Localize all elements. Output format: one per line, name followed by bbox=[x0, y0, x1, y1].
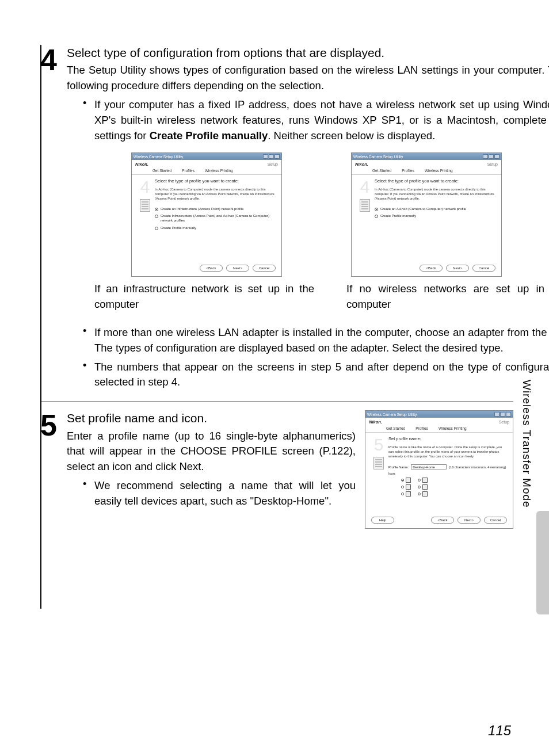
max-icon bbox=[269, 154, 274, 159]
d5-post: . bbox=[201, 460, 204, 472]
close-icon bbox=[506, 412, 511, 417]
radio-both[interactable]: Create Infrastructure (Access Point) and… bbox=[155, 214, 276, 223]
dialog-profile-name: Wireless Camera Setup Utility Nikon. Set… bbox=[365, 410, 513, 529]
office-icon bbox=[406, 491, 411, 497]
cancel-button[interactable]: Cancel bbox=[253, 265, 276, 272]
icon-grid bbox=[401, 478, 507, 497]
step-4-bullet-2: • If more than one wireless LAN adapter … bbox=[83, 325, 549, 356]
icon-opt-6[interactable] bbox=[418, 491, 428, 497]
step-5-desc: Enter a profile name (up to 16 single-by… bbox=[67, 429, 356, 475]
radio-adhoc[interactable]: Create an Ad-hoc (Camera to Computer) ne… bbox=[375, 207, 495, 212]
cancel-button[interactable]: Cancel bbox=[484, 517, 507, 524]
profile-name-label: Profile Name: bbox=[388, 465, 409, 469]
dlg-titlebar: Wireless Camera Setup Utility bbox=[132, 153, 281, 160]
dlg-title: Wireless Camera Setup Utility bbox=[134, 155, 183, 159]
brand-logo: Nikon. bbox=[135, 162, 148, 167]
brand-logo: Nikon. bbox=[355, 162, 368, 167]
icon-opt-2[interactable] bbox=[401, 484, 411, 490]
step-watermark-5: 5 bbox=[374, 436, 384, 453]
dlg5-hint: Profile name is like the name of a compu… bbox=[388, 445, 507, 459]
step-4-desc: The Setup Utility shows types of configu… bbox=[67, 63, 549, 94]
step-5: 5 Set profile name and icon. Enter a pro… bbox=[40, 410, 513, 529]
dlg5-heading: Set profile name: bbox=[388, 436, 507, 442]
setup-label: Setup bbox=[499, 420, 509, 424]
profile-name-input[interactable]: Desktop-Home bbox=[411, 464, 447, 469]
building-icon bbox=[406, 484, 411, 490]
next-button[interactable]: Next> bbox=[458, 517, 481, 524]
dlg-tabs[interactable]: Get Started Profiles Wireless Printing bbox=[352, 167, 501, 175]
dlg-title: Wireless Camera Setup Utility bbox=[367, 413, 417, 417]
pc-icon bbox=[140, 199, 150, 212]
back-button[interactable]: <Back bbox=[431, 517, 454, 524]
back-button[interactable]: <Back bbox=[200, 265, 223, 272]
min-icon bbox=[483, 154, 488, 159]
step-4-bullet-1: • If your computer has a fixed IP addres… bbox=[83, 97, 549, 143]
dlg-tabs[interactable]: Get Started Profiles Wireless Printing bbox=[132, 167, 281, 175]
tab-profiles[interactable]: Profiles bbox=[182, 169, 195, 174]
side-tab bbox=[536, 511, 549, 614]
brand-logo: Nikon. bbox=[369, 419, 382, 425]
tab-get-started[interactable]: Get Started bbox=[386, 426, 405, 432]
radio-manual[interactable]: Create Profile manually bbox=[155, 226, 276, 231]
min-icon bbox=[263, 154, 268, 159]
back-button[interactable]: <Back bbox=[420, 265, 443, 272]
window-controls[interactable] bbox=[483, 154, 500, 159]
min-icon bbox=[494, 412, 500, 417]
cancel-button[interactable]: Cancel bbox=[472, 265, 495, 272]
d5-b1: CHOOSE PROFILE bbox=[181, 445, 277, 457]
step-5-title: Set profile name and icon. bbox=[67, 410, 356, 426]
step-watermark-4: 4 bbox=[140, 178, 150, 196]
tab-profiles[interactable]: Profiles bbox=[415, 426, 428, 432]
next-button[interactable]: Next> bbox=[226, 265, 249, 272]
dlg-heading: Select the type of profile you want to c… bbox=[375, 178, 495, 184]
max-icon bbox=[489, 154, 494, 159]
icon-opt-4[interactable] bbox=[418, 478, 428, 483]
max-icon bbox=[500, 412, 505, 417]
icon-opt-3[interactable] bbox=[401, 491, 411, 497]
setup-label: Setup bbox=[487, 162, 498, 166]
server-icon bbox=[422, 491, 428, 497]
tab-wireless-printing[interactable]: Wireless Printing bbox=[425, 169, 453, 174]
step-4-dialogs: Wireless Camera Setup Utility Nikon. Set… bbox=[67, 152, 549, 277]
dlg-titlebar: Wireless Camera Setup Utility bbox=[352, 153, 501, 160]
tab-wireless-printing[interactable]: Wireless Printing bbox=[439, 426, 467, 432]
icon-opt-5[interactable] bbox=[418, 484, 428, 490]
step-4-bullet-3: • The numbers that appear on the screens… bbox=[83, 360, 549, 391]
side-section-label: Wireless Transfer Mode bbox=[520, 380, 533, 508]
dlg-titlebar: Wireless Camera Setup Utility bbox=[365, 411, 513, 418]
icon-opt-1[interactable] bbox=[401, 478, 411, 483]
laptop-icon bbox=[422, 484, 428, 490]
dialog-no-networks: Wireless Camera Setup Utility Nikon. Set… bbox=[351, 152, 502, 277]
dlg-hint: In Ad-hoc (Camera to Computer) mode the … bbox=[375, 188, 495, 201]
window-controls[interactable] bbox=[263, 154, 280, 159]
step-5-bullet-1: • We recommend selecting a name that wil… bbox=[83, 478, 356, 509]
tab-wireless-printing[interactable]: Wireless Printing bbox=[205, 169, 233, 174]
dlg-tabs[interactable]: Get Started Profiles Wireless Printing bbox=[365, 425, 513, 433]
b1-post: . Neither screen below is displayed. bbox=[268, 129, 435, 142]
profile-name-hint: (16 characters maximum, 4 remaining) bbox=[449, 465, 506, 469]
step-4-number: 4 bbox=[40, 45, 67, 390]
desktop-icon bbox=[422, 478, 428, 483]
tab-get-started[interactable]: Get Started bbox=[372, 169, 391, 174]
tab-get-started[interactable]: Get Started bbox=[152, 169, 171, 174]
icon-label: Icon: bbox=[388, 472, 411, 475]
pc-icon bbox=[360, 199, 370, 212]
window-controls[interactable] bbox=[494, 412, 511, 417]
step-4: 4 Select type of configuration from opti… bbox=[40, 45, 513, 390]
step-divider bbox=[40, 402, 513, 402]
d5-b2: Next bbox=[179, 460, 201, 472]
dlg-title: Wireless Camera Setup Utility bbox=[353, 155, 403, 159]
tab-profiles[interactable]: Profiles bbox=[402, 169, 414, 174]
setup-label: Setup bbox=[268, 162, 278, 166]
close-icon bbox=[494, 154, 500, 159]
step-4-title: Select type of configuration from option… bbox=[67, 45, 549, 60]
radio-infrastructure[interactable]: Create an Infrastructure (Access Point) … bbox=[155, 207, 276, 212]
dlg-heading: Select the type of profile you want to c… bbox=[155, 178, 276, 184]
pc-icon bbox=[373, 457, 384, 469]
house-icon bbox=[406, 478, 411, 483]
close-icon bbox=[274, 154, 280, 159]
next-button[interactable]: Next> bbox=[446, 265, 469, 272]
help-button[interactable]: Help bbox=[371, 517, 394, 524]
b1-bold: Create Profile manually bbox=[150, 129, 268, 142]
radio-manual[interactable]: Create Profile manually bbox=[375, 214, 495, 219]
